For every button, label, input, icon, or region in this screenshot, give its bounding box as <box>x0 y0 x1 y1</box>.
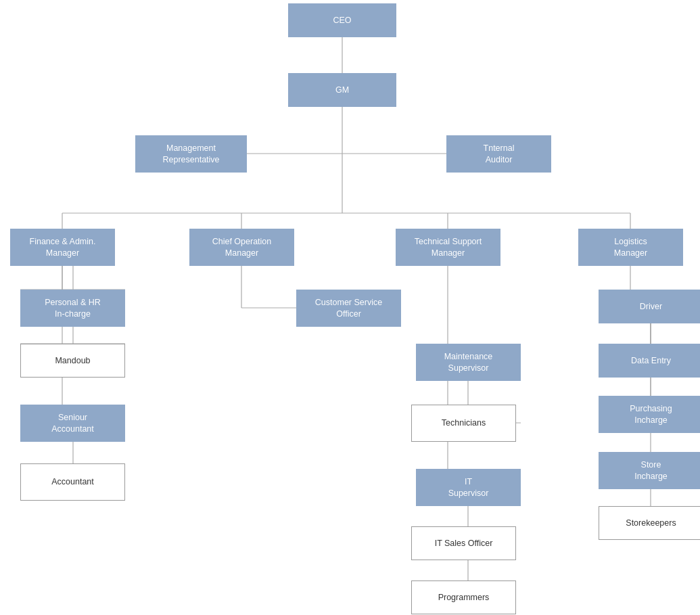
programmers-box: Programmers <box>411 580 516 614</box>
accountant-box: Accountant <box>20 463 125 501</box>
technicians-box: Technicians <box>411 405 516 442</box>
store_inch-box: StoreIncharge <box>599 452 700 489</box>
it_sup-box: ITSupervisor <box>416 469 521 506</box>
storekeepers-box: Storekeepers <box>599 506 700 540</box>
it_sales-box: IT Sales Officer <box>411 526 516 560</box>
tech_sup-box: Technical SupportManager <box>396 229 500 266</box>
hr_incharge-box: Personal & HRIn-charge <box>20 290 125 327</box>
data_entry-box: Data Entry <box>599 344 700 378</box>
fin_mgr-box: Finance & Admin.Manager <box>10 229 115 266</box>
mandoub-box: Mandoub <box>20 344 125 378</box>
chief_op-box: Chief OperationManager <box>189 229 294 266</box>
driver-box: Driver <box>599 290 700 323</box>
org-chart: CEOGMManagementRepresentativeTnternalAud… <box>0 0 700 20</box>
sen_account-box: SeniourAccountant <box>20 405 125 442</box>
maint_sup-box: MaintenanceSupervisor <box>416 344 521 381</box>
cust_service-box: Customer ServiceOfficer <box>296 290 401 327</box>
int_auditor-box: TnternalAuditor <box>446 135 551 173</box>
gm-box: GM <box>288 73 396 107</box>
purch_inch-box: PurchasingIncharge <box>599 396 700 433</box>
mgmt_rep-box: ManagementRepresentative <box>135 135 247 173</box>
ceo-box: CEO <box>288 3 396 37</box>
logistics-box: LogisticsManager <box>578 229 683 266</box>
